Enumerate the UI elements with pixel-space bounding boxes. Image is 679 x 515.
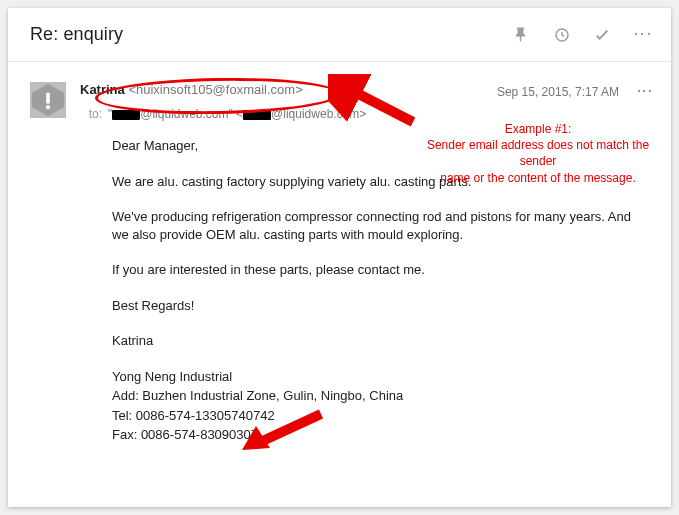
svg-rect-3 <box>46 105 50 109</box>
signature-line: Fax: 0086-574-83090307 <box>112 426 647 444</box>
body-paragraph: We've producing refrigeration compressor… <box>112 208 647 243</box>
to-value: "@liquidweb.com" <@liquidweb.com> <box>108 107 366 121</box>
from-row: Katrina <huixinsoft105@foxmail.com> <box>80 82 483 97</box>
more-icon[interactable]: ⋮ <box>632 25 654 45</box>
subject-line: Re: enquiry <box>30 24 513 45</box>
message-more-icon[interactable]: ⋮ <box>635 83 654 101</box>
annotation-line: name or the content of the message. <box>408 170 668 186</box>
body-paragraph: Katrina <box>112 332 647 350</box>
message-header: Katrina <huixinsoft105@foxmail.com> to: … <box>8 62 671 127</box>
pin-icon[interactable] <box>513 26 531 44</box>
email-card: Re: enquiry ⋮ Katrina <huixinsoft105@fox… <box>8 8 671 507</box>
from-block: Katrina <huixinsoft105@foxmail.com> to: … <box>80 82 483 121</box>
sender-address: <huixinsoft105@foxmail.com> <box>128 82 302 97</box>
sender-name: Katrina <box>80 82 125 97</box>
message-meta: Sep 15, 2015, 7:17 AM ⋮ <box>497 82 653 101</box>
annotation-title: Example #1: <box>408 121 668 137</box>
annotation-line: Sender email address does not match the … <box>408 137 668 169</box>
message-date: Sep 15, 2015, 7:17 AM <box>497 85 619 99</box>
svg-rect-2 <box>46 93 50 104</box>
to-label: to: <box>80 107 102 121</box>
email-header: Re: enquiry ⋮ <box>8 8 671 62</box>
signature-line: Tel: 0086-574-13305740742 <box>112 407 647 425</box>
avatar <box>30 82 66 118</box>
signature-line: Add: Buzhen Industrial Zone, Gulin, Ning… <box>112 387 647 405</box>
body-paragraph: If you are interested in these parts, pl… <box>112 261 647 279</box>
signature-line: Yong Neng Industrial <box>112 368 647 386</box>
done-icon[interactable] <box>593 26 611 44</box>
to-row: to: "@liquidweb.com" <@liquidweb.com> <box>80 107 483 121</box>
annotation-text: Example #1: Sender email address does no… <box>408 121 668 186</box>
header-actions: ⋮ <box>513 24 653 46</box>
body-paragraph: Best Regards! <box>112 297 647 315</box>
snooze-icon[interactable] <box>553 26 571 44</box>
